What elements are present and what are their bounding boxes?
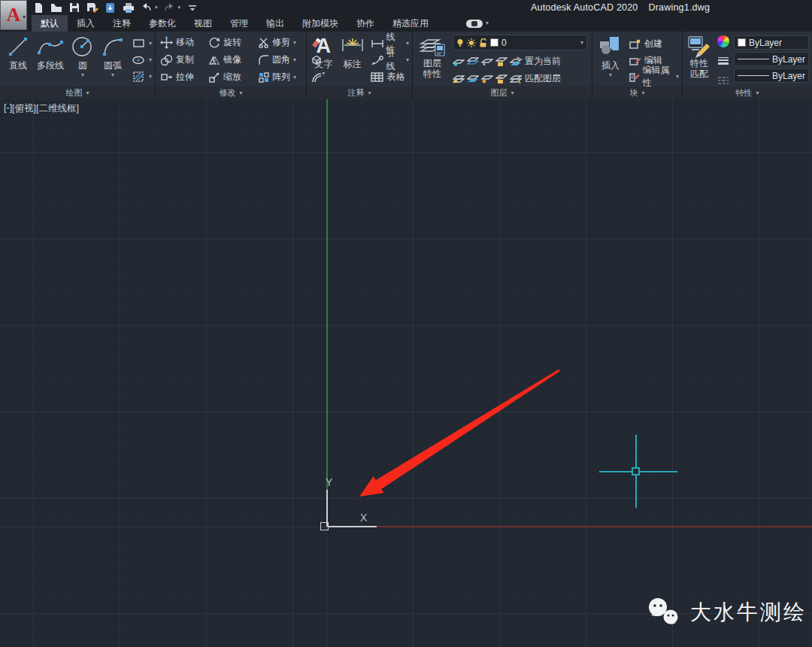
- circle-dropdown-icon[interactable]: ▾: [81, 72, 84, 78]
- layer-select[interactable]: 0 ▾: [453, 35, 587, 50]
- plot-button[interactable]: [122, 2, 135, 14]
- layer-thaw-sun-icon: [467, 38, 476, 47]
- chevron-down-icon: ▾: [149, 74, 152, 80]
- match-properties-icon: [687, 35, 711, 59]
- trim-button[interactable]: 修剪▾: [258, 36, 311, 49]
- chevron-down-icon: ▾: [239, 90, 242, 96]
- tab-insert[interactable]: 插入: [68, 15, 104, 32]
- open-file-button[interactable]: [50, 2, 62, 14]
- chevron-down-icon: ▾: [368, 90, 371, 96]
- redo-dropdown-icon[interactable]: ▾: [178, 5, 181, 11]
- undo-dropdown-icon[interactable]: ▾: [155, 5, 158, 11]
- tab-featured-apps[interactable]: 精选应用: [383, 15, 438, 32]
- insert-block-button[interactable]: 插入 ▾: [595, 34, 626, 87]
- linetype-sample: [738, 75, 769, 76]
- panel-layers: 图层特性 0 ▾: [413, 32, 592, 99]
- panel-modify-footer[interactable]: 修改 ▾: [156, 87, 306, 99]
- panel-properties-footer[interactable]: 特性 ▾: [683, 87, 812, 99]
- tab-annotate[interactable]: 注释: [104, 15, 140, 32]
- save-as-button[interactable]: [86, 2, 98, 14]
- copy-button[interactable]: 复制: [160, 53, 208, 66]
- move-button[interactable]: 移动: [160, 36, 208, 49]
- ellipse-button[interactable]: ▾: [132, 52, 152, 68]
- tab-parametric[interactable]: 参数化: [140, 15, 185, 32]
- panel-annotation-footer[interactable]: 注释 ▾: [307, 87, 412, 99]
- linetype-icon[interactable]: [717, 76, 729, 85]
- chevron-down-icon: ▾: [641, 90, 644, 96]
- match-properties-button[interactable]: 特性匹配: [686, 34, 713, 87]
- layer-match-button[interactable]: 匹配图层: [510, 70, 561, 87]
- panel-draw-footer[interactable]: 绘图 ▾: [0, 87, 155, 99]
- tab-collaborate[interactable]: 协作: [347, 15, 383, 32]
- arc-button[interactable]: 圆弧 ▾: [98, 34, 128, 87]
- insert-dropdown-icon[interactable]: ▾: [609, 72, 612, 78]
- leader-button[interactable]: 引线▾: [371, 52, 409, 68]
- lineweight-icon[interactable]: [717, 56, 729, 67]
- array-dropdown-icon[interactable]: ▾: [293, 74, 296, 80]
- object-color-select[interactable]: ByLayer: [734, 35, 809, 50]
- panel-modify: 移动 旋转 修剪▾ 复制 镜像 圆角▾ 拉伸 缩放 阵列▾ 修改 ▾: [156, 32, 307, 99]
- tab-home[interactable]: 默认: [32, 15, 68, 32]
- new-file-button[interactable]: [32, 2, 44, 14]
- viewport-view-control[interactable]: [俯视]: [12, 102, 36, 115]
- edit-attr-dropdown-icon[interactable]: ▾: [676, 74, 679, 80]
- leader-icon: [371, 56, 383, 65]
- undo-button[interactable]: [140, 2, 153, 14]
- application-menu-button[interactable]: A ▾: [0, 0, 27, 30]
- save-button[interactable]: [68, 2, 80, 14]
- panel-layers-footer[interactable]: 图层 ▾: [413, 87, 592, 99]
- linetype-select[interactable]: ByLayer: [734, 68, 809, 83]
- layer-properties-button[interactable]: 图层特性: [416, 34, 449, 87]
- polyline-button[interactable]: 多段线: [33, 34, 68, 87]
- ribbon-display-icon: [466, 20, 483, 28]
- dimension-button[interactable]: 标注: [337, 34, 367, 87]
- tab-manage[interactable]: 管理: [221, 15, 257, 32]
- stretch-button[interactable]: 拉伸: [160, 71, 208, 84]
- set-current-icon: [510, 56, 523, 66]
- rectangle-button[interactable]: ▾: [132, 35, 152, 52]
- line-icon: [5, 35, 31, 59]
- hatch-button[interactable]: ▾: [132, 68, 152, 85]
- layer-set-current-button[interactable]: 置为当前: [510, 53, 561, 69]
- color-wheel-icon[interactable]: [717, 35, 729, 47]
- table-button[interactable]: 表格: [371, 68, 409, 85]
- panel-block-footer[interactable]: 块 ▾: [592, 87, 682, 99]
- layer-color-swatch: [490, 38, 498, 47]
- rotate-button[interactable]: 旋转: [208, 36, 258, 49]
- rotate-icon: [208, 37, 220, 49]
- trim-dropdown-icon[interactable]: ▾: [293, 40, 296, 46]
- save-web-mobile-button[interactable]: [104, 2, 117, 14]
- arc-dropdown-icon[interactable]: ▾: [111, 72, 114, 78]
- tab-output[interactable]: 输出: [257, 15, 293, 32]
- text-button[interactable]: A 文字 ▾: [310, 34, 337, 87]
- lineweight-select[interactable]: ByLayer: [734, 52, 809, 66]
- circle-button[interactable]: 圆 ▾: [68, 34, 98, 87]
- wechat-icon: [647, 597, 683, 627]
- array-button[interactable]: 阵列▾: [258, 71, 311, 84]
- tab-addins[interactable]: 附加模块: [293, 15, 347, 32]
- qat-customize-button[interactable]: [186, 2, 198, 14]
- linear-dropdown-icon[interactable]: ▾: [406, 41, 409, 47]
- fillet-button[interactable]: 圆角▾: [258, 53, 311, 66]
- leader-dropdown-icon[interactable]: ▾: [406, 57, 409, 63]
- block-create-button[interactable]: 创建: [629, 35, 679, 52]
- panel-draw-label: 绘图: [65, 87, 82, 99]
- viewport-minimize-control[interactable]: [-]: [4, 102, 12, 115]
- redo-button[interactable]: [163, 2, 176, 14]
- scale-button[interactable]: 缩放: [208, 71, 258, 84]
- tab-view[interactable]: 视图: [185, 15, 221, 32]
- mirror-button[interactable]: 镜像: [208, 53, 258, 66]
- viewport-visual-style-control[interactable]: [二维线框]: [36, 102, 79, 115]
- text-dropdown-icon[interactable]: ▾: [322, 71, 325, 77]
- drawing-canvas[interactable]: [-] [俯视] [二维线框] Y X: [0, 99, 812, 647]
- text-icon: A: [316, 35, 331, 57]
- line-button[interactable]: 直线: [3, 34, 33, 87]
- copy-icon: [160, 54, 173, 66]
- block-edit-attr-button[interactable]: 编辑属性▾: [629, 68, 679, 85]
- fillet-dropdown-icon[interactable]: ▾: [293, 57, 296, 63]
- panel-properties-label: 特性: [735, 87, 752, 99]
- app-title: Autodesk AutoCAD 2020: [531, 2, 638, 13]
- ribbon-display-toggle[interactable]: ▾: [466, 15, 489, 32]
- arc-icon: [100, 35, 126, 59]
- panel-draw: 直线 多段线 圆 ▾ 圆弧 ▾ ▾ ▾: [0, 32, 156, 99]
